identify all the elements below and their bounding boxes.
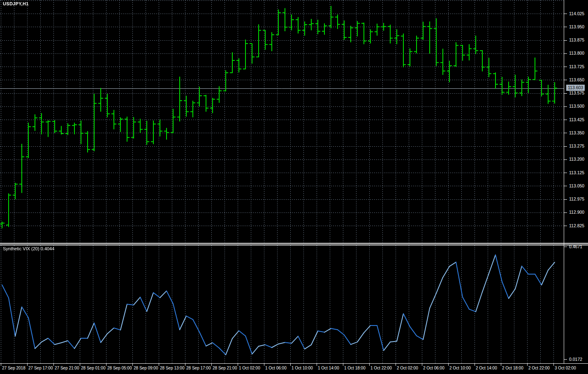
price-tick bbox=[564, 212, 567, 213]
time-label: 28 Sep 05:00 bbox=[107, 366, 132, 370]
indicator-canvas[interactable] bbox=[0, 245, 564, 363]
time-tick bbox=[422, 364, 422, 366]
price-label: 112.825 bbox=[569, 223, 584, 228]
time-label: 2 Oct 02:00 bbox=[397, 366, 418, 370]
time-label: 1 Oct 06:00 bbox=[265, 366, 287, 370]
time-label: 1 Oct 02:00 bbox=[239, 366, 260, 370]
price-label: 113.425 bbox=[569, 117, 584, 122]
price-label: 113.725 bbox=[569, 64, 584, 69]
time-axis-border bbox=[0, 363, 588, 364]
price-label: 113.500 bbox=[569, 104, 584, 109]
time-tick bbox=[238, 364, 238, 366]
chart-window: USDJPY,H1 Synthetic VIX (20) 0.4044 114.… bbox=[0, 0, 588, 374]
time-label: 2 Oct 10:00 bbox=[449, 366, 471, 370]
price-tick bbox=[564, 80, 567, 80]
time-label: 1 Oct 22:00 bbox=[370, 366, 392, 370]
time-tick bbox=[211, 364, 212, 366]
time-label: 2 Oct 18:00 bbox=[502, 366, 523, 370]
time-tick bbox=[527, 364, 528, 366]
time-label: 3 Oct 02:00 bbox=[555, 366, 576, 370]
time-label: 27 Sep 21:00 bbox=[55, 366, 79, 370]
price-label: 114.025 bbox=[569, 11, 584, 16]
price-label: 113.275 bbox=[569, 143, 584, 148]
time-label: 1 Oct 18:00 bbox=[344, 366, 366, 370]
time-tick bbox=[1, 364, 1, 366]
time-tick bbox=[132, 364, 133, 366]
time-label: 2 Oct 06:00 bbox=[423, 366, 444, 370]
price-label: 112.900 bbox=[569, 210, 584, 215]
price-label: 113.575 bbox=[569, 90, 584, 95]
price-tick bbox=[564, 159, 567, 160]
symbol-period-label: USDJPY,H1 bbox=[3, 1, 29, 6]
time-tick bbox=[475, 364, 475, 366]
price-label: 113.125 bbox=[569, 170, 584, 175]
price-tick bbox=[564, 14, 567, 14]
price-tick bbox=[564, 67, 567, 67]
main-chart-canvas[interactable] bbox=[0, 0, 564, 243]
price-tick bbox=[564, 173, 567, 173]
time-tick bbox=[396, 364, 396, 366]
time-label: 1 Oct 10:00 bbox=[292, 366, 313, 370]
time-label: 28 Sep 17:00 bbox=[186, 366, 211, 370]
price-tick bbox=[564, 106, 567, 107]
price-tick bbox=[564, 146, 567, 147]
price-label: 113.350 bbox=[569, 130, 584, 135]
time-label: 28 Sep 13:00 bbox=[160, 366, 185, 370]
price-tick bbox=[564, 120, 567, 120]
time-label: 28 Sep 09:00 bbox=[134, 366, 158, 370]
time-tick bbox=[27, 364, 28, 366]
time-tick bbox=[369, 364, 370, 366]
time-tick bbox=[53, 364, 54, 366]
time-tick bbox=[501, 364, 501, 366]
time-tick bbox=[264, 364, 264, 366]
price-label: 113.650 bbox=[569, 77, 584, 82]
price-axis-border bbox=[564, 0, 564, 363]
time-label: 28 Sep 21:00 bbox=[213, 366, 237, 370]
price-label: 113.050 bbox=[569, 183, 584, 188]
price-tick bbox=[564, 186, 567, 186]
panel-separator[interactable] bbox=[0, 243, 588, 244]
indicator-scale-label: 0.0172 bbox=[569, 357, 582, 362]
time-tick bbox=[185, 364, 185, 366]
price-label: 113.800 bbox=[569, 51, 584, 55]
price-tick bbox=[564, 93, 567, 94]
time-tick bbox=[290, 364, 291, 366]
price-tick bbox=[564, 133, 567, 133]
time-tick bbox=[317, 364, 317, 366]
time-label: 27 Sep 17:00 bbox=[28, 366, 53, 370]
time-tick bbox=[553, 364, 554, 366]
price-tick bbox=[564, 199, 567, 200]
time-label: 27 Sep 2018 bbox=[2, 366, 25, 370]
time-label: 1 Oct 14:00 bbox=[318, 366, 339, 370]
time-tick bbox=[80, 364, 80, 366]
price-label: 113.950 bbox=[569, 24, 584, 29]
price-tick bbox=[564, 27, 567, 27]
indicator-scale-tick bbox=[564, 247, 567, 247]
indicator-label: Synthetic VIX (20) 0.4044 bbox=[3, 246, 54, 251]
current-price-tag: 113.603 bbox=[566, 85, 585, 91]
price-label: 113.875 bbox=[569, 37, 584, 42]
price-tick bbox=[564, 40, 567, 41]
time-tick bbox=[343, 364, 343, 366]
time-tick bbox=[159, 364, 159, 366]
time-label: 2 Oct 14:00 bbox=[476, 366, 497, 370]
price-label: 112.975 bbox=[569, 196, 584, 201]
price-label: 113.200 bbox=[569, 157, 584, 162]
indicator-scale-tick bbox=[564, 359, 567, 360]
time-tick bbox=[106, 364, 106, 366]
time-label: 28 Sep 01:00 bbox=[81, 366, 106, 370]
panel-separator-lower[interactable] bbox=[0, 245, 588, 245]
time-tick bbox=[448, 364, 449, 366]
time-label: 2 Oct 22:00 bbox=[528, 366, 550, 370]
indicator-scale-label: 0.4671 bbox=[569, 244, 582, 249]
price-tick bbox=[564, 226, 567, 226]
price-tick bbox=[564, 53, 567, 54]
